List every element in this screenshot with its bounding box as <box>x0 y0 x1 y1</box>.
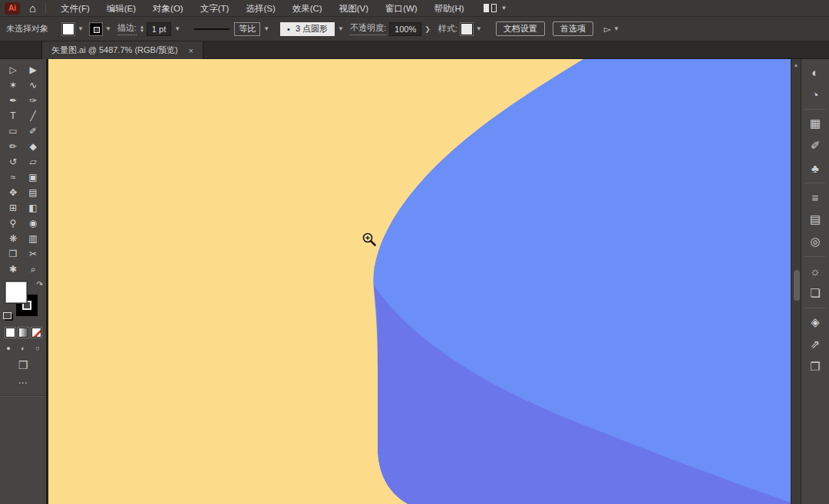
brush-preview-dot: • <box>287 25 290 34</box>
none-button[interactable] <box>31 328 41 338</box>
type-tool-icon[interactable]: T <box>3 108 23 124</box>
menu-item[interactable]: 效果(C) <box>284 0 331 17</box>
pencil-tool-icon[interactable]: ✏ <box>3 139 23 154</box>
select-similar-options[interactable]: ▻ ▼ <box>604 24 619 35</box>
direct-selection-tool-icon[interactable]: ▷ <box>3 62 23 77</box>
swatches-panel-icon[interactable]: ▦ <box>804 109 826 132</box>
control-bar: 未选择对象 ▼ ▼ 描边: ▲▼ 1 pt ▼ 等比 ▼ • 3 点圆形 ▼ 不… <box>0 17 829 41</box>
chevron-down-icon[interactable]: ▼ <box>338 25 344 32</box>
gradient-panel-icon[interactable]: ◔ <box>804 86 826 103</box>
mesh-tool-icon[interactable]: ⊞ <box>3 200 23 216</box>
paintbrush-tool-icon[interactable]: ✐ <box>23 124 43 139</box>
layers-panel-icon[interactable]: ◈ <box>804 308 826 331</box>
artboards-panel-icon[interactable]: ❒ <box>804 358 826 375</box>
menu-item[interactable]: 编辑(E) <box>98 0 144 17</box>
chevron-down-icon[interactable]: ▼ <box>105 25 111 32</box>
magic-wand-tool-icon[interactable]: ✶ <box>3 77 23 93</box>
color-mode-buttons <box>0 328 46 338</box>
stroke-color-swatch[interactable] <box>90 23 102 35</box>
close-tab-icon[interactable]: × <box>189 46 193 55</box>
chevron-right-icon[interactable]: ❯ <box>424 25 431 33</box>
style-label: 样式: <box>438 23 457 35</box>
transparency-panel-icon[interactable]: ◎ <box>804 233 826 250</box>
brushes-panel-icon[interactable]: ✐ <box>804 137 826 154</box>
appearance-panel-icon[interactable]: ☼ <box>804 256 826 279</box>
chevron-down-icon[interactable]: ▼ <box>263 25 269 32</box>
scale-tool-icon[interactable]: ▱ <box>23 154 43 170</box>
chevron-down-icon[interactable]: ▼ <box>78 25 84 32</box>
selection-status-label: 未选择对象 <box>6 23 48 35</box>
stroke-weight-input[interactable]: 1 pt <box>147 22 171 36</box>
document-tab[interactable]: 矢量图.ai @ 5487.7% (RGB/预览) × <box>41 41 203 59</box>
brush-name-label: 3 点圆形 <box>296 23 328 35</box>
draw-inside-mode-icon[interactable]: ○ <box>32 343 43 354</box>
canvas[interactable] <box>48 59 791 504</box>
perspective-grid-tool-icon[interactable]: ▤ <box>23 185 43 200</box>
style-swatch[interactable] <box>461 23 473 35</box>
rectangle-tool-icon[interactable]: ▭ <box>3 124 23 139</box>
gradient-annotator-panel-icon[interactable]: ▤ <box>804 211 826 228</box>
shape-builder-tool-icon[interactable]: ✥ <box>3 185 23 200</box>
menu-item[interactable]: 对象(O) <box>144 0 192 17</box>
default-fill-stroke-icon[interactable] <box>3 312 12 319</box>
blend-tool-icon[interactable]: ◉ <box>23 216 43 231</box>
home-icon[interactable]: ⌂ <box>29 2 36 14</box>
selection-tool-icon[interactable]: ▶ <box>23 62 43 77</box>
width-profile-preview <box>194 28 230 30</box>
stroke-panel-icon[interactable]: ≡ <box>804 183 826 206</box>
eraser-tool-icon[interactable]: ◆ <box>23 139 43 154</box>
color-button[interactable] <box>5 328 15 338</box>
curvature-tool-icon[interactable]: ✑ <box>23 93 43 108</box>
graphic-styles-panel-icon[interactable]: ❏ <box>804 285 826 301</box>
color-panel-icon[interactable]: ◐ <box>804 64 826 81</box>
lasso-tool-icon[interactable]: ∿ <box>23 77 43 93</box>
menu-item[interactable]: 帮助(H) <box>426 0 473 17</box>
panel-dock: ◐ ◔ ▦ ✐ ♣ ≡ ▤ ◎ ☼ ❏ ◈ ⇗ <box>801 59 829 504</box>
free-transform-tool-icon[interactable]: ▣ <box>23 170 43 185</box>
artboard-tool-icon[interactable]: ❐ <box>3 246 23 262</box>
scrollbar-thumb[interactable] <box>794 270 800 301</box>
width-profile-select[interactable]: 等比 <box>234 22 260 36</box>
eyedropper-tool-icon[interactable]: ⚲ <box>3 216 23 231</box>
chevron-down-icon[interactable]: ▼ <box>476 25 482 32</box>
pen-tool-icon[interactable]: ✒ <box>3 93 23 108</box>
stroke-weight-stepper[interactable]: ▲▼ <box>140 25 144 33</box>
draw-behind-mode-icon[interactable]: ◐ <box>18 343 28 354</box>
width-tool-icon[interactable]: ≈ <box>3 170 23 185</box>
menu-item[interactable]: 选择(S) <box>237 0 283 17</box>
menu-item[interactable]: 文字(T) <box>192 0 238 17</box>
workspace-switcher[interactable]: ▼ <box>484 4 507 12</box>
vertical-scrollbar[interactable]: ▲ <box>791 59 801 504</box>
opacity-input[interactable]: 100% <box>389 22 421 36</box>
menu-item[interactable]: 窗口(W) <box>377 0 426 17</box>
export-panel-icon[interactable]: ⇗ <box>804 336 826 353</box>
chevron-down-icon[interactable]: ▼ <box>174 25 180 32</box>
illustrator-window: Ai ⌂ 文件(F) 编辑(E) 对象(O) 文字(T) 选择(S) 效果(C)… <box>0 0 829 504</box>
zoom-tool-icon[interactable]: ⌕ <box>23 262 43 277</box>
swap-fill-stroke-icon[interactable]: ↷ <box>37 280 43 288</box>
draw-normal-mode-icon[interactable]: ● <box>3 343 14 354</box>
screen-mode-icon[interactable]: ❒ <box>0 359 46 371</box>
symbols-panel-icon[interactable]: ♣ <box>804 160 826 176</box>
fill-color-swatch[interactable] <box>62 23 74 35</box>
edit-toolbar-icon[interactable]: ⋯ <box>0 377 46 388</box>
menu-item[interactable]: 视图(V) <box>331 0 377 17</box>
toolbar-divider <box>0 395 46 396</box>
symbol-sprayer-tool-icon[interactable]: ❋ <box>3 231 23 246</box>
scroll-up-icon[interactable]: ▲ <box>791 59 801 68</box>
slice-tool-icon[interactable]: ✂ <box>23 246 43 262</box>
gradient-tool-icon[interactable]: ◧ <box>23 200 43 216</box>
line-segment-tool-icon[interactable]: ╱ <box>23 108 43 124</box>
opacity-label[interactable]: 不透明度: <box>350 22 386 35</box>
illustrator-logo-icon[interactable]: Ai <box>5 2 20 15</box>
stroke-weight-label[interactable]: 描边: <box>117 22 137 35</box>
menu-item[interactable]: 文件(F) <box>52 0 98 17</box>
document-setup-button[interactable]: 文档设置 <box>496 21 545 36</box>
preferences-button[interactable]: 首选项 <box>553 21 593 36</box>
rotate-tool-icon[interactable]: ↺ <box>3 154 23 170</box>
fill-indicator[interactable] <box>5 282 27 303</box>
gradient-button[interactable] <box>18 328 28 338</box>
brush-definition-select[interactable]: • 3 点圆形 <box>280 22 335 36</box>
column-graph-tool-icon[interactable]: ▥ <box>23 231 43 246</box>
hand-tool-icon[interactable]: ✱ <box>3 262 23 277</box>
